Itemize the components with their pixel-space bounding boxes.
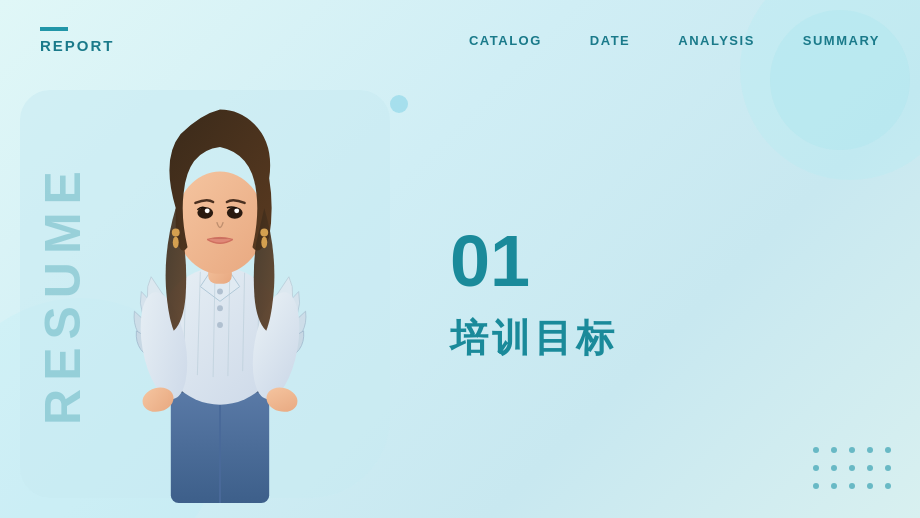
dot-15 bbox=[885, 483, 891, 489]
dot-1 bbox=[813, 447, 819, 453]
svg-point-15 bbox=[176, 171, 265, 273]
nav-date[interactable]: DATE bbox=[590, 33, 630, 48]
logo-area: REPORT bbox=[40, 27, 115, 54]
dot-13 bbox=[849, 483, 855, 489]
svg-point-17 bbox=[227, 207, 243, 219]
svg-point-18 bbox=[205, 208, 210, 213]
dot-12 bbox=[831, 483, 837, 489]
dot-11 bbox=[813, 483, 819, 489]
dot-4 bbox=[867, 447, 873, 453]
svg-point-19 bbox=[234, 208, 239, 213]
navigation: CATALOG DATE ANALYSIS SUMMARY bbox=[469, 33, 880, 48]
svg-point-26 bbox=[217, 322, 223, 328]
dot-8 bbox=[849, 465, 855, 471]
right-content: 01 培训目标 bbox=[410, 90, 900, 498]
dot-9 bbox=[867, 465, 873, 471]
svg-point-21 bbox=[173, 236, 179, 248]
svg-point-24 bbox=[217, 289, 223, 295]
nav-catalog[interactable]: CATALOG bbox=[469, 33, 542, 48]
person-image-container bbox=[75, 80, 365, 503]
header: REPORT CATALOG DATE ANALYSIS SUMMARY bbox=[0, 0, 920, 80]
svg-point-25 bbox=[217, 305, 223, 311]
svg-point-23 bbox=[261, 236, 267, 248]
svg-point-22 bbox=[260, 229, 268, 237]
nav-summary[interactable]: SUMMARY bbox=[803, 33, 880, 48]
left-card: RESUME bbox=[20, 90, 390, 498]
dot-3 bbox=[849, 447, 855, 453]
dot-grid-decoration bbox=[813, 447, 895, 493]
dot-10 bbox=[885, 465, 891, 471]
nav-analysis[interactable]: ANALYSIS bbox=[678, 33, 755, 48]
dot-6 bbox=[813, 465, 819, 471]
person-silhouette-svg bbox=[75, 80, 365, 503]
resume-vertical-text: RESUME bbox=[34, 163, 92, 425]
section-title: 培训目标 bbox=[450, 313, 860, 364]
svg-point-20 bbox=[172, 229, 180, 237]
main-content: RESUME bbox=[0, 80, 920, 518]
dot-7 bbox=[831, 465, 837, 471]
dot-2 bbox=[831, 447, 837, 453]
report-label: REPORT bbox=[40, 37, 115, 54]
section-number: 01 bbox=[450, 225, 860, 297]
dot-14 bbox=[867, 483, 873, 489]
logo-bar bbox=[40, 27, 68, 31]
dot-5 bbox=[885, 447, 891, 453]
